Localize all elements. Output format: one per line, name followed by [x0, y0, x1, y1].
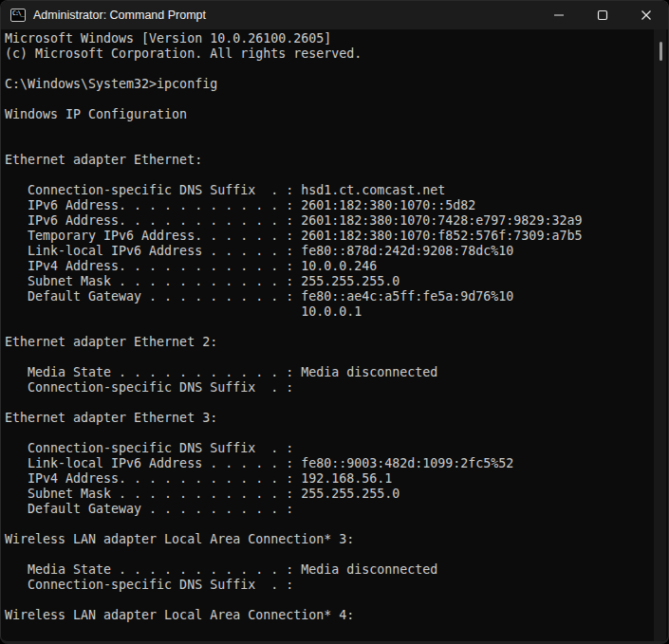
close-button[interactable] — [624, 1, 668, 29]
maximize-button[interactable] — [581, 1, 624, 29]
window-title: Administrator: Command Prompt — [33, 9, 537, 22]
window-controls — [537, 1, 668, 29]
minimize-button[interactable] — [537, 1, 581, 29]
minimize-icon — [553, 9, 565, 21]
cmd-icon[interactable]: C:\_ — [10, 9, 26, 22]
maximize-icon — [597, 9, 608, 21]
close-icon — [641, 9, 652, 21]
cmd-icon-glyph: C:\_ — [12, 10, 24, 17]
terminal-output: Microsoft Windows [Version 10.0.26100.26… — [2, 29, 655, 623]
command-prompt-window: C:\_ Administrator: Command Prompt — [0, 0, 669, 644]
terminal-viewport[interactable]: Microsoft Windows [Version 10.0.26100.26… — [2, 29, 655, 641]
titlebar[interactable]: C:\_ Administrator: Command Prompt — [1, 1, 668, 29]
scrollbar-track[interactable] — [654, 29, 666, 641]
scrollbar-thumb[interactable] — [660, 42, 662, 61]
